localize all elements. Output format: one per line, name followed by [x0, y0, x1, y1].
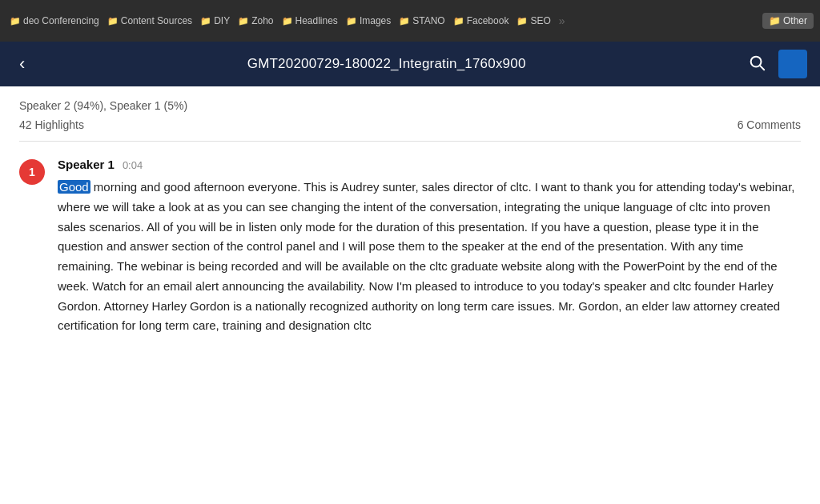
comments-count: 6 Comments: [738, 118, 801, 131]
bookmark-images[interactable]: 📁 Images: [343, 14, 394, 28]
speaker-header: Speaker 1 0:04: [58, 158, 801, 171]
highlights-comments-row: 42 Highlights 6 Comments: [19, 118, 801, 131]
other-button[interactable]: 📁 Other: [762, 13, 814, 29]
bookmark-zoho[interactable]: 📁 Zoho: [235, 14, 276, 28]
search-button[interactable]: [742, 50, 772, 78]
stats-row: Speaker 2 (94%), Speaker 1 (5%): [19, 99, 801, 112]
divider: [19, 141, 801, 142]
transcript-entry: 1 Speaker 1 0:04 Good morning and good a…: [19, 158, 801, 336]
bookmark-separator: »: [556, 14, 569, 27]
bookmark-label: Headlines: [295, 15, 338, 26]
speaker-content: Speaker 1 0:04 Good morning and good aft…: [58, 158, 801, 336]
bookmark-facebook[interactable]: 📁 Facebook: [450, 14, 512, 28]
folder-icon: 📁: [10, 16, 21, 26]
folder-icon: 📁: [399, 16, 410, 26]
page-header: ‹ GMT20200729-180022_Integratin_1760x900: [0, 42, 820, 86]
svg-line-1: [760, 66, 764, 70]
folder-icon: 📁: [238, 16, 249, 26]
bookmark-label: deo Conferencing: [23, 15, 99, 26]
bookmark-label: Images: [360, 15, 391, 26]
folder-icon: 📁: [769, 15, 781, 26]
bookmark-label: STANO: [412, 15, 444, 26]
highlighted-word[interactable]: Good: [58, 180, 90, 194]
bookmark-label: Zoho: [251, 15, 273, 26]
browser-bar: 📁 deo Conferencing 📁 Content Sources 📁 D…: [0, 0, 820, 42]
other-label: Other: [783, 15, 807, 26]
page-title: GMT20200729-180022_Integratin_1760x900: [31, 56, 742, 72]
content-area: Speaker 2 (94%), Speaker 1 (5%) 42 Highl…: [0, 86, 820, 504]
folder-icon: 📁: [107, 16, 119, 26]
bookmark-video-conferencing[interactable]: 📁 deo Conferencing: [6, 14, 102, 28]
highlights-count: 42 Highlights: [19, 118, 84, 131]
bookmark-label: Content Sources: [121, 15, 192, 26]
bookmarks-bar: 📁 deo Conferencing 📁 Content Sources 📁 D…: [6, 14, 754, 28]
bookmark-seo[interactable]: 📁 SEO: [513, 14, 553, 28]
back-button[interactable]: ‹: [13, 52, 31, 76]
bookmark-stano[interactable]: 📁 STANO: [396, 14, 448, 28]
transcript-body: Good morning and good afternoon everyone…: [58, 178, 801, 336]
folder-icon: 📁: [346, 16, 357, 26]
bookmark-label: SEO: [530, 15, 550, 26]
speaker-badge: 1: [19, 159, 45, 185]
folder-icon: 📁: [517, 16, 528, 26]
folder-icon: 📁: [200, 16, 211, 26]
speakers-stat: Speaker 2 (94%), Speaker 1 (5%): [19, 99, 187, 112]
bookmark-headlines[interactable]: 📁 Headlines: [279, 14, 341, 28]
bookmark-diy[interactable]: 📁 DIY: [197, 14, 233, 28]
folder-icon: 📁: [453, 16, 464, 26]
folder-icon: 📁: [282, 16, 293, 26]
bookmark-content-sources[interactable]: 📁 Content Sources: [104, 14, 195, 28]
speaker-name: Speaker 1: [58, 158, 115, 171]
action-button[interactable]: [778, 50, 807, 78]
bookmark-label: DIY: [214, 15, 230, 26]
transcript-text-body: morning and good afternoon everyone. Thi…: [58, 180, 794, 332]
bookmark-label: Facebook: [467, 15, 509, 26]
speaker-time: 0:04: [123, 159, 143, 171]
